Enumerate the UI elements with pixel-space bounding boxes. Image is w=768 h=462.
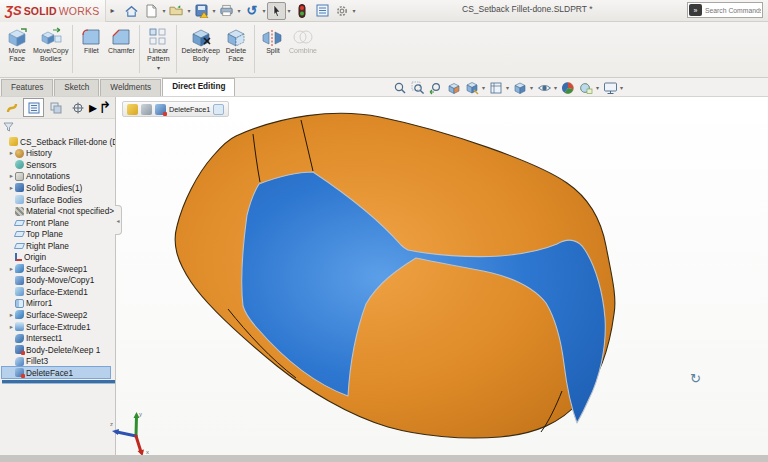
search-commands-box[interactable]: » (687, 2, 763, 18)
tree-item-sensors[interactable]: Sensors (2, 159, 115, 171)
apply-scene-dropdown[interactable]: ▾ (596, 84, 599, 91)
tab-features[interactable]: Features (1, 79, 53, 96)
select-button[interactable] (267, 2, 286, 20)
tree-item-body-move-copy1[interactable]: Body-Move/Copy1 (2, 275, 115, 287)
delete-face-feature-icon[interactable] (155, 104, 166, 115)
tree-item-fillet3[interactable]: Fillet3 (2, 355, 115, 367)
part-icon (9, 137, 18, 146)
tab-sketch[interactable]: Sketch (54, 79, 99, 96)
options-gear-icon (335, 4, 349, 18)
tree-item-surface-sweep2[interactable]: ▸ Surface-Sweep2 (2, 309, 115, 321)
home-button[interactable] (122, 2, 141, 20)
menu-flyout-arrow[interactable]: ▸ (106, 6, 118, 15)
select-dropdown[interactable]: ▾ (287, 7, 290, 14)
tree-item-surface-extend1[interactable]: Surface-Extend1 (2, 286, 115, 298)
print-button[interactable] (217, 2, 236, 20)
search-icon[interactable]: » (689, 4, 702, 16)
previous-view-button[interactable] (428, 80, 444, 95)
filter-funnel-icon[interactable] (3, 122, 14, 132)
tab-direct-editing[interactable]: Direct Editing (162, 78, 235, 96)
tree-item-surface-bodies[interactable]: Surface Bodies (2, 194, 115, 206)
rebuild-button[interactable] (293, 2, 312, 20)
tree-item-material[interactable]: Material <not specified> (2, 205, 115, 217)
dimxpert-icon (72, 102, 84, 114)
search-input[interactable] (705, 7, 761, 14)
tree-item-mirror1[interactable]: Mirror1 (2, 298, 115, 310)
delete-keep-body-icon (189, 27, 213, 47)
linear-pattern-dropdown[interactable]: ▾ (157, 64, 160, 71)
view-orientation-dropdown[interactable]: ▾ (506, 84, 509, 91)
tree-item-deleteface1[interactable]: DeleteFace1 (2, 367, 110, 379)
filter-row (0, 119, 115, 134)
annotation-views-button[interactable] (464, 80, 480, 95)
view-settings-dropdown[interactable]: ▾ (620, 84, 623, 91)
options-button[interactable] (333, 2, 352, 20)
tree-item-history[interactable]: ▸ History (2, 148, 115, 160)
hide-show-items-dropdown[interactable]: ▾ (554, 84, 557, 91)
tab-dimxpertmanager[interactable] (67, 98, 88, 117)
annotation-views-dropdown[interactable]: ▾ (482, 84, 485, 91)
tree-item-annotations[interactable]: ▸ Annotations (2, 171, 115, 183)
file-properties-button[interactable] (313, 2, 332, 20)
tab-propertymanager[interactable] (23, 98, 44, 117)
zoom-to-fit-button[interactable] (392, 80, 408, 95)
tab-configurationmanager[interactable] (45, 98, 66, 117)
new-document-dropdown[interactable]: ▾ (162, 7, 165, 14)
edit-appearance-button[interactable] (560, 80, 576, 95)
tree-item-right-plane[interactable]: Right Plane (2, 240, 115, 252)
tree-item-top-plane[interactable]: Top Plane (2, 228, 115, 240)
tab-weldments[interactable]: Weldments (100, 79, 161, 96)
body-icon[interactable] (141, 104, 152, 115)
panel-tabs-more[interactable]: ▸ (89, 98, 97, 117)
delete-keep-body-button[interactable]: Delete/Keep Body (181, 24, 220, 63)
undo-dropdown[interactable]: ▾ (262, 7, 265, 14)
new-document-button[interactable] (142, 2, 161, 20)
new-document-icon (145, 4, 158, 18)
hide-show-items-button[interactable] (536, 80, 552, 95)
open-dropdown[interactable]: ▾ (187, 7, 190, 14)
view-settings-button[interactable] (602, 80, 618, 95)
linear-pattern-button[interactable]: Linear Pattern ▾ (144, 24, 172, 71)
tree-item-surface-extrude1[interactable]: ▸ Surface-Extrude1 (2, 321, 115, 333)
undo-button[interactable]: ↺ (242, 2, 261, 20)
tree-root[interactable]: CS_Setback Fillet-done (Default (2, 136, 115, 148)
display-style-dropdown[interactable]: ▾ (530, 84, 533, 91)
tree-item-front-plane[interactable]: Front Plane (2, 217, 115, 229)
display-state-icon[interactable] (213, 104, 224, 115)
tree-item-body-delete-keep1[interactable]: Body-Delete/Keep 1 (2, 344, 115, 356)
tree-item-origin[interactable]: Origin (2, 251, 115, 263)
tree-item-intersect1[interactable]: Intersect1 (2, 332, 115, 344)
chamfer-button[interactable]: Chamfer (107, 24, 135, 55)
rebuild-icon (298, 4, 306, 18)
tab-featuremanager-tree[interactable] (1, 98, 22, 117)
move-face-button[interactable]: Move Face (3, 24, 31, 63)
feature-manager-icon (6, 102, 18, 114)
move-copy-bodies-button[interactable]: Move/Copy Bodies (33, 24, 68, 63)
view-orientation-button[interactable] (488, 80, 504, 95)
tree-item-surface-sweep1[interactable]: ▸ Surface-Sweep1 (2, 263, 115, 275)
split-icon (261, 27, 285, 47)
undo-icon: ↺ (247, 4, 258, 17)
section-view-button[interactable] (446, 80, 462, 95)
zoom-to-area-button[interactable] (410, 80, 426, 95)
selection-breadcrumb[interactable]: DeleteFace1 (122, 101, 229, 117)
display-style-icon (513, 81, 527, 95)
print-dropdown[interactable]: ▾ (237, 7, 240, 14)
part-icon[interactable] (127, 104, 138, 115)
apply-scene-button[interactable] (578, 80, 594, 95)
fillet-button[interactable]: Fillet (77, 24, 105, 55)
commandmanager-tabs: Features Sketch Weldments Direct Editing (0, 78, 768, 97)
save-button[interactable] (192, 2, 211, 20)
save-dropdown[interactable]: ▾ (212, 7, 215, 14)
open-button[interactable] (167, 2, 186, 20)
tree-item-solid-bodies[interactable]: ▸ Solid Bodies(1) (2, 182, 115, 194)
rotate-view-icon[interactable]: ↻ (690, 371, 701, 386)
annotation-views-icon (465, 81, 479, 95)
panel-flyout-handle[interactable]: ◂ (115, 205, 122, 235)
rollback-bar[interactable] (2, 380, 115, 383)
split-button[interactable]: Split (259, 24, 287, 55)
display-pane-expand[interactable]: ↱ (98, 98, 111, 117)
options-dropdown[interactable]: ▾ (353, 7, 356, 14)
display-style-button[interactable] (512, 80, 528, 95)
delete-face-button[interactable]: Delete Face (222, 24, 250, 63)
